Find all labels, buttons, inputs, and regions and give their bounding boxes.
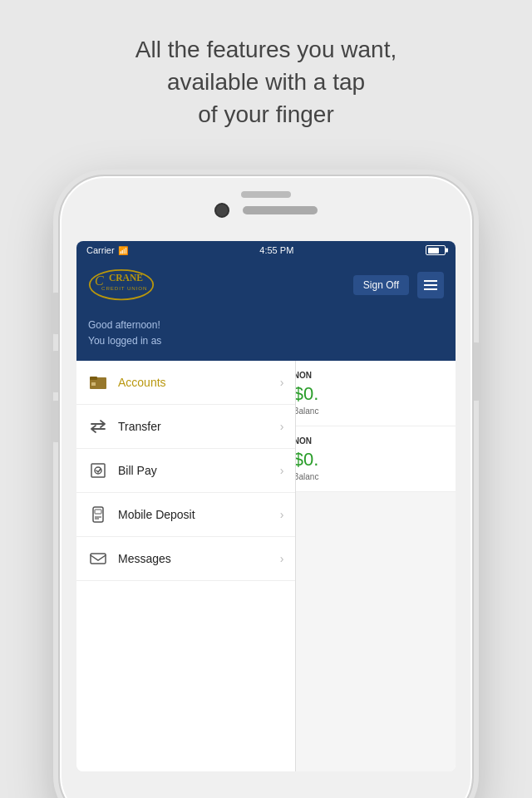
account-name-2: NON [293, 436, 447, 446]
messages-label: Messages [118, 552, 270, 565]
account-card-1: NON $0. Balanc [285, 361, 456, 426]
transfer-chevron-icon: › [280, 420, 284, 433]
svg-rect-6 [91, 382, 96, 386]
mobile-deposit-chevron-icon: › [280, 508, 284, 521]
sign-off-button[interactable]: Sign Off [353, 275, 409, 295]
headline-text: All the features you want, available wit… [0, 0, 532, 156]
svg-text:CRANE: CRANE [109, 273, 143, 283]
status-bar: Carrier 📶 4:55 PM [76, 241, 456, 259]
account-balance-label-2: Balanc [293, 472, 447, 481]
messages-chevron-icon: › [280, 552, 284, 565]
account-balance-label-1: Balanc [293, 406, 447, 416]
hamburger-menu-button[interactable] [417, 272, 444, 298]
logo-area: CRANE CREDIT UNION C [88, 268, 155, 303]
camera-icon [214, 203, 229, 218]
phone-mockup: Carrier 📶 4:55 PM CRANE CREDIT UNION C [58, 175, 474, 798]
status-time: 4:55 PM [259, 245, 293, 255]
screen-content: NON $0. Balanc NON $0. Balanc [76, 361, 456, 771]
speaker-icon [241, 191, 291, 198]
mobile-deposit-icon [88, 505, 108, 525]
nav-item-bill-pay[interactable]: Bill Pay › [76, 449, 295, 493]
svg-point-8 [95, 467, 101, 474]
svg-text:C: C [95, 273, 104, 288]
account-amount-2: $0. [293, 449, 447, 470]
headline-line1: All the features you want, [135, 37, 397, 62]
svg-rect-5 [90, 377, 97, 380]
phone-top [60, 176, 472, 218]
transfer-label: Transfer [118, 420, 270, 433]
phone-screen: Carrier 📶 4:55 PM CRANE CREDIT UNION C [76, 241, 456, 771]
mobile-deposit-label: Mobile Deposit [118, 508, 270, 521]
headline-line3: of your finger [198, 101, 333, 127]
greeting-area: Good afternoon! You logged in as [76, 311, 456, 361]
nav-item-messages[interactable]: Messages › [76, 537, 295, 581]
bill-pay-chevron-icon: › [280, 464, 284, 477]
headline-line2: available with a tap [167, 69, 365, 95]
bill-pay-icon [88, 461, 108, 480]
camera-row [214, 203, 318, 218]
header-right: Sign Off [353, 272, 444, 298]
svg-text:CREDIT UNION: CREDIT UNION [101, 285, 147, 291]
wifi-icon: 📶 [118, 246, 128, 255]
nav-item-transfer[interactable]: Transfer › [76, 405, 295, 449]
app-header: CRANE CREDIT UNION C Sign Off [76, 259, 456, 311]
earpiece-icon [243, 206, 318, 214]
nav-menu: Accounts › Transfer › [76, 361, 296, 771]
accounts-icon [88, 372, 108, 392]
accounts-chevron-icon: › [280, 376, 284, 389]
accounts-panel: NON $0. Balanc NON $0. Balanc [285, 361, 456, 771]
svg-rect-7 [91, 464, 105, 477]
accounts-label: Accounts [118, 376, 270, 389]
greeting-line2: You logged in as [88, 333, 444, 349]
carrier-label: Carrier 📶 [86, 245, 128, 255]
svg-rect-13 [91, 554, 106, 564]
messages-icon [88, 549, 108, 569]
account-card-2: NON $0. Balanc [285, 426, 456, 492]
battery-icon [426, 245, 446, 255]
greeting-line1: Good afternoon! [88, 318, 444, 333]
account-amount-1: $0. [293, 383, 447, 405]
crane-logo: CRANE CREDIT UNION C [88, 268, 155, 303]
nav-item-accounts[interactable]: Accounts › [76, 361, 295, 405]
transfer-icon [88, 416, 108, 436]
bill-pay-label: Bill Pay [118, 464, 270, 477]
nav-item-mobile-deposit[interactable]: Mobile Deposit › [76, 493, 295, 537]
svg-rect-10 [95, 510, 101, 514]
account-name-1: NON [293, 371, 447, 380]
